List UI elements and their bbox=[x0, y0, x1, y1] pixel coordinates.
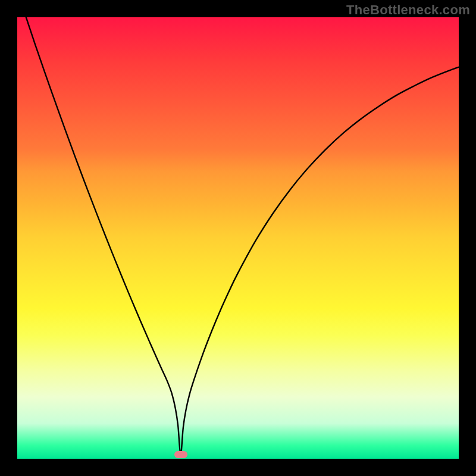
chart-frame: TheBottleneck.com bbox=[0, 0, 476, 476]
plot-area bbox=[17, 17, 459, 459]
bottleneck-curve bbox=[17, 17, 459, 459]
watermark-text: TheBottleneck.com bbox=[346, 2, 470, 18]
optimum-marker bbox=[174, 451, 187, 458]
